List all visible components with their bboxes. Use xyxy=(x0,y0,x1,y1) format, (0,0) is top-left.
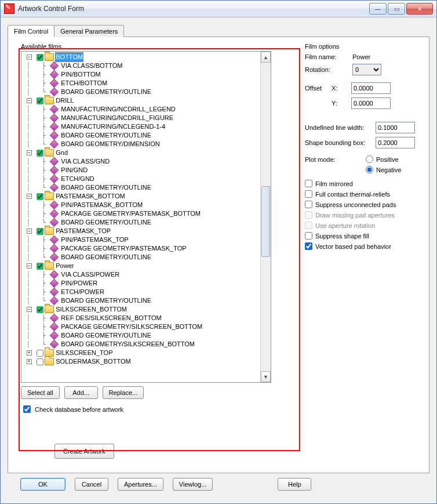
create-artwork-button[interactable]: Create Artwork xyxy=(54,444,114,459)
tree-leaf[interactable]: │ ├ ETCH/BOTTOM xyxy=(23,79,260,88)
tree-leaf[interactable]: │ └ BOARD GEOMETRY/OUTLINE xyxy=(23,88,260,96)
tree-leaf[interactable]: │ ├ BOARD GEOMETRY/OUTLINE xyxy=(23,131,260,140)
collapse-icon[interactable]: − xyxy=(27,150,32,155)
tree-leaf[interactable]: │ ├ MANUFACTURING/NCDRILL_FIGURE xyxy=(23,114,260,122)
close-button[interactable]: ✕ xyxy=(406,3,433,14)
tree-leaf[interactable]: │ ├ PIN/PASTEMASK_BOTTOM xyxy=(23,201,260,209)
check-database-checkbox[interactable] xyxy=(23,405,31,413)
tree-leaf[interactable]: │ ├ ETCH/GND xyxy=(23,175,260,183)
cancel-button[interactable]: Cancel xyxy=(75,478,108,491)
tree-label[interactable]: BOTTOM xyxy=(56,53,83,61)
full-contact-checkbox[interactable] xyxy=(305,190,312,198)
check-database-option[interactable]: Check database before artwork xyxy=(21,404,298,415)
folder-open-icon xyxy=(45,262,54,270)
rotation-label: Rotation: xyxy=(305,66,350,73)
scroll-up-icon[interactable]: ▲ xyxy=(261,52,271,63)
tree-scrollbar[interactable]: ▲ ▼ xyxy=(260,52,271,382)
scroll-track[interactable] xyxy=(261,63,271,371)
rotation-select[interactable]: 0 xyxy=(352,64,381,75)
collapse-icon[interactable]: − xyxy=(27,263,32,269)
minimize-button[interactable]: — xyxy=(369,3,387,14)
layer-icon xyxy=(50,157,59,166)
collapse-icon[interactable]: − xyxy=(27,194,32,199)
suppress-shape-checkbox[interactable] xyxy=(305,232,312,240)
tree-folder-bottom[interactable]: − BOTTOM xyxy=(23,53,260,61)
tab-film-control[interactable]: Film Control xyxy=(8,25,54,37)
folder-checkbox[interactable] xyxy=(37,358,43,365)
tree-leaf[interactable]: │ ├ PACKAGE GEOMETRY/PASTEMASK_BOTTOM xyxy=(23,209,260,218)
tree-leaf[interactable]: │ └ BOARD GEOMETRY/DIMENSION xyxy=(23,140,260,148)
tree-leaf[interactable]: │ ├ VIA CLASS/POWER xyxy=(23,270,260,279)
tree-folder-silkscreen-bottom[interactable]: − SILKSCREEN_BOTTOM xyxy=(23,305,260,314)
tree-leaf[interactable]: │ ├ ETCH/POWER xyxy=(23,288,260,296)
tree-leaf[interactable]: │ └ BOARD GEOMETRY/SILKSCREEN_BOTTOM xyxy=(23,340,260,349)
tree-leaf[interactable]: │ ├ PACKAGE GEOMETRY/PASTEMASK_TOP xyxy=(23,244,260,253)
tree-leaf[interactable]: │ └ BOARD GEOMETRY/OUTLINE xyxy=(23,183,260,192)
folder-checkbox[interactable] xyxy=(37,228,43,235)
replace-button[interactable]: Replace... xyxy=(103,386,144,399)
tree-folder-silkscreen-top[interactable]: + SILKSCREEN_TOP xyxy=(23,349,260,357)
tab-strip: Film Control General Parameters xyxy=(8,24,429,37)
tree-leaf[interactable]: │ └ BOARD GEOMETRY/OUTLINE xyxy=(23,253,260,262)
help-button[interactable]: Help xyxy=(278,478,311,491)
suppress-pads-checkbox[interactable] xyxy=(305,201,312,208)
collapse-icon[interactable]: − xyxy=(27,307,32,312)
plot-mode-negative-radio[interactable] xyxy=(366,166,373,173)
tree-folder-pastemask-bottom[interactable]: − PASTEMASK_BOTTOM xyxy=(23,192,260,201)
select-all-button[interactable]: Select all xyxy=(21,386,60,399)
folder-checkbox[interactable] xyxy=(37,97,43,104)
tree-folder-pastemask-top[interactable]: − PASTEMASK_TOP xyxy=(23,227,260,235)
layer-icon xyxy=(50,131,59,140)
add-button[interactable]: Add... xyxy=(64,386,98,399)
expand-icon[interactable]: + xyxy=(27,350,32,356)
tree-folder-soldermask-bottom[interactable]: + SOLDERMASK_BOTTOM xyxy=(23,357,260,366)
folder-checkbox[interactable] xyxy=(37,54,43,61)
folder-checkbox[interactable] xyxy=(37,193,43,200)
tree-leaf[interactable]: │ └ BOARD GEOMETRY/OUTLINE xyxy=(23,218,260,227)
shape-bounding-box-input[interactable] xyxy=(376,137,415,148)
tree-leaf[interactable]: │ ├ MANUFACTURING/NCDRILL_LEGEND xyxy=(23,105,260,114)
apertures-button[interactable]: Apertures... xyxy=(118,478,163,491)
plot-mode-positive-label: Positive xyxy=(376,156,399,163)
tab-general-parameters[interactable]: General Parameters xyxy=(54,25,124,37)
tree-leaf[interactable]: │ ├ PIN/BOTTOM xyxy=(23,70,260,79)
tree-leaf[interactable]: │ ├ VIA CLASS/BOTTOM xyxy=(23,61,260,70)
scroll-thumb[interactable] xyxy=(261,186,270,257)
tree-folder-gnd[interactable]: − Gnd xyxy=(23,148,260,157)
tree-leaf[interactable]: │ ├ PIN/POWER xyxy=(23,279,260,288)
expand-icon[interactable]: + xyxy=(27,359,32,364)
offset-y-input[interactable] xyxy=(351,97,391,109)
tree-leaf[interactable]: │ └ BOARD GEOMETRY/OUTLINE xyxy=(23,296,260,305)
plot-mode-positive-radio[interactable] xyxy=(366,155,373,163)
folder-checkbox[interactable] xyxy=(37,350,43,357)
scroll-down-icon[interactable]: ▼ xyxy=(261,371,271,382)
check-database-label: Check database before artwork xyxy=(35,406,123,413)
tree-leaf[interactable]: │ ├ PIN/GND xyxy=(23,166,260,175)
tree-leaf[interactable]: │ ├ PACKAGE GEOMETRY/SILKSCREEN_BOTTOM xyxy=(23,322,260,331)
offset-x-input[interactable] xyxy=(351,82,391,94)
films-tree[interactable]: − BOTTOM │ ├ VIA CLASS/BOTTOM │ ├ PIN/BO… xyxy=(21,51,271,383)
folder-checkbox[interactable] xyxy=(37,150,43,157)
folder-checkbox[interactable] xyxy=(37,263,43,270)
vector-pad-checkbox[interactable] xyxy=(305,242,312,250)
layer-icon xyxy=(50,322,59,332)
ok-button[interactable]: OK xyxy=(20,478,65,491)
draw-missing-checkbox xyxy=(305,211,312,219)
tree-folder-drill[interactable]: − DRILL xyxy=(23,96,260,105)
folder-checkbox[interactable] xyxy=(37,306,43,313)
tree-leaf[interactable]: │ ├ REF DES/SILKSCREEN_BOTTOM xyxy=(23,314,260,322)
layer-icon xyxy=(50,296,59,306)
tree-leaf[interactable]: │ ├ MANUFACTURING/NCLEGEND-1-4 xyxy=(23,122,260,131)
collapse-icon[interactable]: − xyxy=(27,98,32,103)
tree-leaf[interactable]: │ ├ PIN/PASTEMASK_TOP xyxy=(23,235,260,244)
tree-leaf[interactable]: │ ├ VIA CLASS/GND xyxy=(23,157,260,166)
collapse-icon[interactable]: − xyxy=(27,55,32,60)
aperture-rotation-checkbox xyxy=(305,222,312,229)
undefined-line-width-input[interactable] xyxy=(376,122,415,133)
film-mirrored-checkbox[interactable] xyxy=(305,180,312,187)
collapse-icon[interactable]: − xyxy=(27,229,32,234)
tree-leaf[interactable]: │ ├ BOARD GEOMETRY/OUTLINE xyxy=(23,331,260,340)
tree-folder-power[interactable]: − Power xyxy=(23,262,260,270)
viewlog-button[interactable]: Viewlog... xyxy=(173,478,213,491)
maximize-button[interactable]: ▭ xyxy=(388,3,405,14)
